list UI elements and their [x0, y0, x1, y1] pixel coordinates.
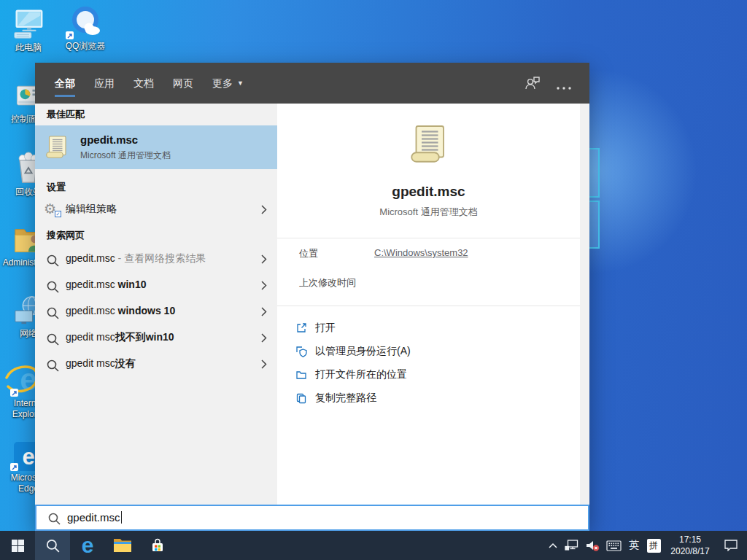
ime-mode-box: 拼: [647, 539, 661, 553]
desktop-icon-label: QQ浏览器: [60, 41, 111, 52]
taskbar-search-button[interactable]: [35, 531, 70, 560]
taskbar-file-explorer-button[interactable]: [105, 531, 140, 560]
search-panel-header: 全部 应用 文档 网页 更多▼: [35, 63, 589, 104]
search-flyout-panel: 全部 应用 文档 网页 更多▼ 最佳匹配: [35, 63, 589, 531]
chevron-right-icon[interactable]: [261, 307, 267, 317]
folder-location-icon: [295, 369, 307, 381]
tab-all[interactable]: 全部: [55, 63, 75, 104]
shortcut-arrow-icon: [66, 31, 74, 39]
chevron-right-icon[interactable]: [261, 359, 267, 370]
action-label: 打开文件所在的位置: [315, 368, 407, 381]
ime-language-indicator[interactable]: 英: [624, 531, 643, 560]
web-suggestion[interactable]: gpedit msc没有: [35, 351, 277, 378]
desktop-icon-label: 此电脑: [4, 42, 53, 53]
suggestion-text: gpedit msc找不到win10: [66, 331, 174, 344]
chevron-down-icon: ▼: [237, 79, 244, 87]
location-link[interactable]: C:\Windows\system32: [374, 247, 468, 258]
divider: [277, 238, 580, 238]
chevron-right-icon[interactable]: [261, 281, 267, 291]
taskbar-store-button[interactable]: [140, 531, 175, 560]
search-icon: [45, 306, 60, 320]
search-icon: [45, 358, 60, 373]
start-button[interactable]: [0, 531, 35, 560]
last-modified-label: 上次修改时间: [299, 276, 356, 289]
chevron-right-icon[interactable]: [261, 205, 267, 215]
web-suggestion[interactable]: gpedit msc找不到win10: [35, 325, 277, 351]
action-copy-full-path[interactable]: 复制完整路径: [277, 386, 580, 410]
action-open[interactable]: 打开: [277, 316, 580, 340]
action-run-as-admin[interactable]: 以管理员身份运行(A): [277, 340, 580, 363]
tab-web[interactable]: 网页: [173, 63, 193, 104]
action-label: 打开: [315, 322, 336, 335]
network-icon[interactable]: [562, 531, 581, 560]
search-icon: [45, 253, 60, 268]
file-explorer-icon: [113, 537, 132, 553]
taskbar-clock[interactable]: 17:15 2020/8/17: [664, 531, 716, 560]
search-query-text: gpedit.msc: [67, 511, 122, 524]
action-open-file-location[interactable]: 打开文件所在的位置: [277, 363, 580, 386]
best-match-result[interactable]: gpedit.msc Microsoft 通用管理文档: [35, 125, 277, 169]
section-best-match: 最佳匹配: [47, 108, 85, 121]
search-input[interactable]: gpedit.msc: [35, 505, 589, 531]
ime-mode-indicator[interactable]: 拼: [643, 531, 664, 560]
clock-date: 2020/8/17: [670, 546, 709, 556]
section-settings: 设置: [47, 181, 66, 194]
best-match-subtitle: Microsoft 通用管理文档: [80, 149, 171, 162]
settings-result-label: 编辑组策略: [66, 203, 117, 216]
action-center-icon[interactable]: [716, 531, 746, 560]
preview-title: gpedit.msc: [277, 184, 580, 200]
search-results-area: 最佳匹配 gpedit.msc Microsoft 通用管理文档 设置 ⚙✓ 编…: [35, 104, 589, 505]
text-caret: [121, 511, 123, 524]
tab-documents[interactable]: 文档: [133, 63, 154, 104]
touch-keyboard-icon[interactable]: [603, 531, 624, 560]
edge-icon: e: [82, 531, 94, 560]
result-preview-pane: gpedit.msc Microsoft 通用管理文档 位置 C:\Window…: [277, 104, 580, 505]
open-icon: [295, 322, 307, 334]
tab-more[interactable]: 更多▼: [212, 63, 244, 104]
taskbar-edge-button[interactable]: e: [70, 531, 105, 560]
tab-apps[interactable]: 应用: [94, 63, 115, 104]
msc-document-icon-large: [407, 122, 451, 166]
section-search-web: 搜索网页: [47, 229, 85, 242]
action-label: 以管理员身份运行(A): [315, 345, 411, 358]
suggestion-text: gpedit.msc - 查看网络搜索结果: [66, 252, 206, 265]
divider: [277, 306, 580, 306]
desktop-icon-qq-browser[interactable]: QQ浏览器: [60, 4, 111, 52]
action-label: 复制完整路径: [315, 392, 376, 405]
chevron-right-icon[interactable]: [261, 333, 267, 343]
best-match-title: gpedit.msc: [80, 133, 138, 146]
search-icon: [45, 279, 60, 294]
copy-icon: [295, 392, 307, 404]
search-filter-tabs: 全部 应用 文档 网页 更多▼: [55, 63, 244, 104]
suggestion-text: gpedit.msc windows 10: [66, 305, 175, 316]
location-label: 位置: [299, 247, 318, 260]
web-suggestion[interactable]: gpedit.msc windows 10: [35, 299, 277, 325]
search-icon: [45, 332, 60, 346]
taskbar: e: [0, 531, 747, 560]
web-suggestion[interactable]: gpedit.msc win10: [35, 273, 277, 299]
group-policy-gear-icon: ⚙✓: [44, 201, 60, 217]
clock-time: 17:15: [679, 534, 701, 545]
desktop-icon-this-pc[interactable]: 此电脑: [4, 6, 53, 53]
system-tray: 英 拼 17:15 2020/8/17: [544, 531, 746, 560]
msc-document-icon: [44, 134, 70, 160]
windows-logo-icon: [12, 540, 24, 552]
more-options-icon[interactable]: [556, 80, 572, 93]
search-icon: [44, 537, 61, 553]
suggestion-text: gpedit.msc win10: [66, 279, 147, 290]
web-suggestion[interactable]: gpedit.msc - 查看网络搜索结果: [35, 246, 277, 273]
results-list: 最佳匹配 gpedit.msc Microsoft 通用管理文档 设置 ⚙✓ 编…: [35, 104, 277, 505]
preview-subtitle: Microsoft 通用管理文档: [277, 206, 580, 219]
shortcut-arrow-icon: [10, 389, 18, 397]
tray-show-hidden-icons[interactable]: [544, 531, 562, 560]
volume-muted-icon[interactable]: [581, 531, 603, 560]
chevron-right-icon[interactable]: [261, 254, 267, 265]
this-pc-icon: [4, 6, 53, 41]
scrollbar-gutter[interactable]: [580, 104, 589, 505]
microsoft-store-icon: [150, 537, 166, 553]
shortcut-arrow-icon: [10, 463, 18, 471]
search-icon: [47, 511, 61, 526]
settings-result-group-policy[interactable]: ⚙✓ 编辑组策略: [35, 197, 277, 223]
feedback-icon[interactable]: [524, 75, 541, 94]
qq-browser-icon: [60, 4, 111, 39]
